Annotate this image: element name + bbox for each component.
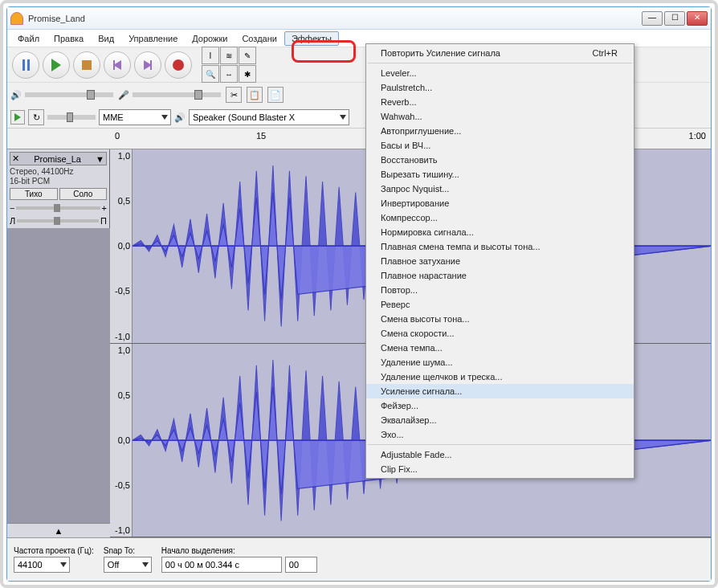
menu-item-effect[interactable]: Wahwah... — [366, 109, 634, 124]
play-button[interactable] — [43, 51, 70, 79]
pan-slider[interactable]: ЛП — [10, 216, 107, 226]
menu-item-effect[interactable]: Вырезать тишину... — [366, 167, 634, 182]
menu-generate[interactable]: Создани — [235, 31, 284, 46]
timeline-label-1: 15 — [256, 131, 266, 141]
menu-item-effect[interactable]: Нормировка сигнала... — [366, 225, 634, 239]
volume-slider[interactable] — [25, 92, 113, 97]
skip-end-button[interactable] — [134, 51, 161, 79]
project-rate-label: Частота проекта (Гц): — [14, 546, 94, 555]
cut-button[interactable]: ✂ — [226, 87, 242, 103]
draw-tool[interactable]: ✎ — [239, 47, 256, 64]
transport-toolbar — [7, 51, 197, 79]
menu-item-effect[interactable]: Плавная смена темпа и высоты тона... — [366, 239, 634, 254]
mute-button[interactable]: Тихо — [10, 188, 58, 200]
timeshift-tool[interactable]: ↔ — [220, 65, 238, 83]
snap-label: Snap To: — [104, 546, 152, 555]
menu-item-effect[interactable]: Эквалайзер... — [366, 413, 634, 427]
timeline-label-0: 0 — [115, 131, 120, 141]
menu-item-effect[interactable]: Восстановить — [366, 153, 634, 167]
menu-item-effect[interactable]: Clip Fix... — [366, 462, 634, 476]
track-name[interactable]: Promise_La — [34, 154, 81, 164]
menu-effects[interactable]: Эффекты — [284, 31, 339, 46]
track-control-panel[interactable]: ✕ Promise_La ▼ Стерео, 44100Hz 16-bit PC… — [7, 149, 110, 228]
close-button[interactable]: ✕ — [687, 11, 708, 26]
selection-start-field[interactable]: 00 ч 00 м 00.344 с — [161, 557, 282, 573]
maximize-button[interactable]: ☐ — [664, 11, 685, 26]
window-title: Promise_Land — [28, 14, 642, 23]
track-menu-icon[interactable]: ▼ — [96, 154, 104, 164]
track-collapse-button[interactable]: ▲ — [7, 523, 110, 537]
menu-item-effect[interactable]: Автоприглушение... — [366, 124, 634, 138]
project-rate-combo[interactable]: 44100 — [14, 557, 70, 573]
menu-item-effect[interactable]: Смена высоты тона... — [366, 312, 634, 326]
menu-transport[interactable]: Управление — [121, 31, 185, 46]
menu-item-effect[interactable]: Фейзер... — [366, 398, 634, 413]
output-device-combo[interactable]: Speaker (Sound Blaster X — [189, 109, 349, 125]
mic-icon: 🎤 — [118, 90, 129, 100]
menu-item-effect[interactable]: Плавное затухание — [366, 254, 634, 268]
menu-item-effect[interactable]: Запрос Nyquist... — [366, 182, 634, 196]
gain-slider[interactable]: −+ — [10, 203, 107, 213]
menu-item-effect[interactable]: Басы и ВЧ... — [366, 138, 634, 153]
menu-item-effect[interactable]: Удаление щелчков и треска... — [366, 370, 634, 384]
envelope-tool[interactable]: ≋ — [220, 47, 238, 64]
selection-toolbar: Частота проекта (Гц): 44100 Snap To: Off… — [7, 537, 711, 581]
menu-view[interactable]: Вид — [91, 31, 121, 46]
effects-dropdown-menu: Повторить Усиление сигнала Ctrl+R Levele… — [365, 43, 634, 479]
recording-volume[interactable]: 🎤 — [118, 90, 221, 100]
menu-item-repeat-last[interactable]: Повторить Усиление сигнала Ctrl+R — [366, 46, 634, 60]
track-format-1: Стерео, 44100Hz — [10, 167, 107, 177]
zoom-tool[interactable]: 🔍 — [202, 65, 219, 83]
audio-host-combo[interactable]: MME — [99, 109, 171, 125]
menu-item-effect[interactable]: Reverb... — [366, 95, 634, 109]
menu-tracks[interactable]: Дорожки — [185, 31, 235, 46]
minimize-button[interactable]: — — [642, 11, 663, 26]
menu-file[interactable]: Файл — [10, 31, 47, 46]
menu-separator — [368, 444, 632, 445]
speaker-icon: 🔊 — [10, 90, 22, 100]
skip-start-button[interactable] — [104, 51, 131, 79]
menu-item-effect[interactable]: Leveler... — [366, 66, 634, 80]
copy-button[interactable]: 📋 — [247, 87, 263, 103]
paste-button[interactable]: 📄 — [267, 87, 284, 103]
multi-tool[interactable]: ✱ — [239, 65, 256, 83]
menu-item-effect[interactable]: Эхо... — [366, 427, 634, 442]
rec-volume-slider[interactable] — [133, 92, 221, 97]
snap-combo[interactable]: Off — [104, 557, 152, 573]
track-format-2: 16-bit PCM — [10, 177, 107, 186]
menu-item-effect[interactable]: Усиление сигнала... — [366, 384, 634, 398]
menu-item-effect[interactable]: Реверс — [366, 297, 634, 312]
menu-edit[interactable]: Правка — [47, 31, 91, 46]
menu-item-effect[interactable]: Компрессор... — [366, 210, 634, 225]
titlebar[interactable]: Promise_Land — ☐ ✕ — [7, 7, 711, 30]
loop-button[interactable]: ↻ — [28, 109, 44, 125]
menu-item-effect[interactable]: Adjustable Fade... — [366, 447, 634, 462]
tools-toolbar: I ≋ ✎ 🔍 ↔ ✱ — [202, 47, 256, 83]
selection-tool[interactable]: I — [202, 47, 219, 64]
menu-item-effect[interactable]: Смена скорости... — [366, 326, 634, 341]
pause-button[interactable] — [12, 51, 39, 79]
scrub-slider[interactable] — [47, 115, 96, 120]
menu-item-effect[interactable]: Инвертирование — [366, 196, 634, 210]
menu-item-effect[interactable]: Смена темпа... — [366, 341, 634, 355]
selection-start-label: Начало выделения: — [161, 546, 317, 555]
menu-item-effect[interactable]: Плавное нарастание — [366, 268, 634, 283]
timeline-label-2: 1:00 — [689, 131, 706, 141]
play-small-button[interactable] — [10, 110, 25, 125]
speaker-out-icon: 🔊 — [174, 112, 186, 123]
shortcut-label: Ctrl+R — [593, 48, 618, 58]
app-icon — [10, 12, 23, 25]
playback-volume[interactable]: 🔊 — [10, 90, 113, 100]
solo-button[interactable]: Соло — [59, 188, 108, 200]
stop-button[interactable] — [73, 51, 100, 79]
menu-item-effect[interactable]: Paulstretch... — [366, 80, 634, 95]
menu-item-effect[interactable]: Удаление шума... — [366, 355, 634, 370]
record-button[interactable] — [165, 51, 192, 79]
menu-item-effect[interactable]: Повтор... — [366, 283, 634, 297]
selection-end-field[interactable]: 00 — [285, 557, 317, 573]
menu-separator — [368, 63, 632, 63]
track-close-icon[interactable]: ✕ — [12, 153, 19, 164]
